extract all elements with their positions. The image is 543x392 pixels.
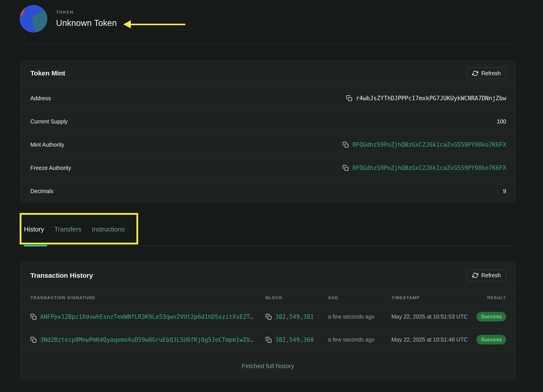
active-tab-underline [24, 245, 47, 246]
table-row: ANFPpx12Bpz1XdvwhEsnzTemWNfLR3K9Le53qwv2… [20, 305, 516, 328]
address-value: r4wbJsZYThDJPPPc17mxkPG7JUKUykWCNRA7DNnj… [356, 95, 506, 101]
token-mint-card: Token Mint Refresh Address r4wbJsZYThDJP… [20, 60, 516, 202]
table-row: 3Nd2Bztecp8MnwPmK4Qyaqemo4uD59w8GruEbQJL… [20, 328, 516, 351]
refresh-icon [472, 70, 478, 76]
transaction-history-card: Transaction History Refresh Transaction … [20, 261, 516, 381]
transaction-history-refresh-button[interactable]: Refresh [467, 270, 506, 281]
refresh-button-label: Refresh [481, 272, 501, 279]
annotation-arrow [123, 20, 185, 28]
age-value: a few seconds ago [328, 336, 391, 343]
refresh-button-label: Refresh [481, 70, 501, 77]
refresh-icon [472, 272, 478, 278]
history-footer-status: Fetched full history [20, 351, 516, 381]
row-current-supply: Current Supply 100 [20, 110, 516, 133]
transaction-history-title: Transaction History [30, 272, 93, 279]
row-address: Address r4wbJsZYThDJPPPc17mxkPG7JUKUykWC… [20, 86, 516, 110]
copy-icon[interactable] [346, 95, 352, 101]
table-header-row: Transaction Signature Block Age Timestam… [20, 290, 516, 305]
arrow-shaft [131, 24, 185, 25]
row-mint-authority: Mint Authority 8FQGdhzS9PoZjhQBzGxCZJ6k1… [20, 133, 516, 156]
freeze-authority-link[interactable]: 8FQGdhzS9PoZjhQBzGxCZJ6k1caZvG559PY98ko7… [352, 164, 506, 171]
token-mint-refresh-button[interactable]: Refresh [467, 67, 506, 79]
row-address-label: Address [30, 95, 51, 101]
col-age: Age [328, 295, 391, 300]
copy-icon[interactable] [266, 337, 272, 343]
token-mint-title: Token Mint [30, 69, 65, 77]
timestamp-value: May 22, 2025 at 10:51:53 UTC [391, 314, 476, 320]
row-current-supply-label: Current Supply [30, 118, 68, 125]
current-supply-value: 100 [497, 118, 506, 125]
page-title: Unknown Token [56, 18, 117, 28]
transaction-signature-link[interactable]: ANFPpx12Bpz1XdvwhEsnzTemWNfLR3K9Le53qwv2… [40, 314, 253, 320]
copy-icon[interactable] [30, 314, 37, 320]
mint-authority-link[interactable]: 8FQGdhzS9PoZjhQBzGxCZJ6k1caZvG559PY98ko7… [352, 141, 506, 148]
page-container: TOKEN Unknown Token Token Mint Refresh A… [20, 0, 516, 381]
tab-transfers[interactable]: Transfers [54, 226, 81, 233]
header-divider [20, 44, 516, 45]
status-badge: Success [476, 335, 506, 344]
row-freeze-authority-label: Freeze Authority [30, 165, 71, 171]
token-avatar-icon [20, 5, 47, 33]
decimals-value: 9 [503, 188, 506, 194]
col-block: Block [266, 295, 328, 300]
row-freeze-authority: Freeze Authority 8FQGdhzS9PoZjhQBzGxCZJ6… [20, 156, 516, 179]
copy-icon[interactable] [343, 165, 349, 171]
status-badge: Success [476, 312, 506, 321]
copy-icon[interactable] [266, 314, 272, 320]
page-header: TOKEN Unknown Token [20, 5, 516, 33]
col-result: Result [487, 295, 506, 300]
copy-icon[interactable] [30, 337, 37, 343]
age-value: a few seconds ago [328, 314, 391, 320]
row-mint-authority-label: Mint Authority [30, 141, 64, 148]
tab-instructions[interactable]: Instructions [92, 226, 125, 233]
tab-history[interactable]: History [24, 226, 44, 233]
entity-type-label: TOKEN [56, 10, 117, 15]
col-timestamp: Timestamp [391, 295, 487, 300]
header-text: TOKEN Unknown Token [56, 10, 117, 28]
transaction-signature-link[interactable]: 3Nd2Bztecp8MnwPmK4Qyaqemo4uD59w8GruEbQJL… [40, 336, 253, 343]
block-link[interactable]: 382,549,381 [275, 314, 314, 320]
token-mint-card-header: Token Mint Refresh [20, 60, 516, 86]
row-decimals: Decimals 9 [20, 179, 516, 202]
timestamp-value: May 22, 2025 at 10:51:48 UTC [391, 336, 476, 343]
copy-icon[interactable] [343, 141, 349, 148]
col-transaction-signature: Transaction Signature [30, 295, 266, 300]
block-link[interactable]: 382,549,368 [275, 336, 314, 343]
transaction-history-card-header: Transaction History Refresh [20, 261, 516, 290]
row-decimals-label: Decimals [30, 188, 53, 194]
arrow-head [123, 20, 131, 28]
tab-bar: History Transfers Instructions [20, 213, 516, 246]
